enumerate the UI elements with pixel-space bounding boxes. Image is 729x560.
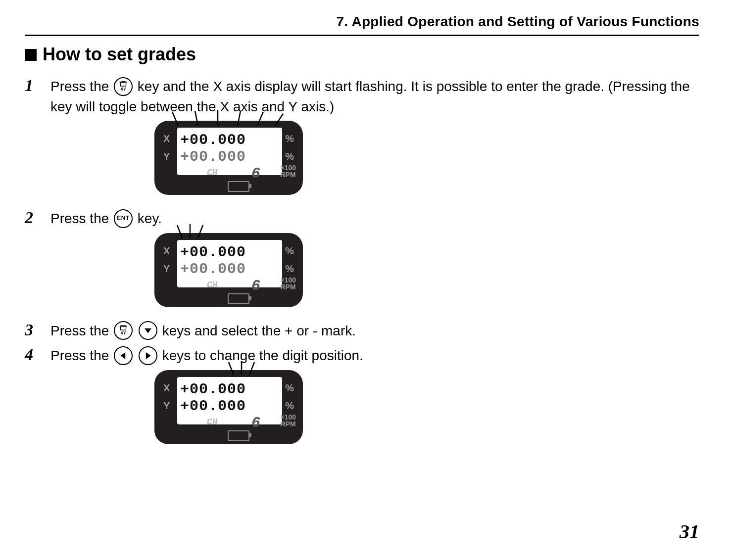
step-text: keys to change the digit position. [162, 348, 363, 363]
step-text: Press the [50, 348, 113, 363]
svg-line-10 [198, 225, 203, 238]
lcd-y-value: +00.000 [180, 396, 246, 418]
lcd-rpm-value: 6 [251, 413, 260, 434]
flash-marks-icon [176, 223, 206, 241]
lcd-pct-x: % [285, 244, 294, 258]
step-text: Press the [50, 323, 113, 338]
xy-key-icon: XY [114, 77, 133, 96]
step-number: 3 [25, 320, 40, 341]
lcd-ch: CH [207, 416, 218, 428]
right-key-icon [139, 346, 157, 365]
battery-icon [228, 430, 249, 441]
lcd-pct-y: % [285, 262, 294, 276]
lcd-pct-y: % [285, 149, 294, 164]
lcd-rpm-label: ×100RPM [280, 277, 296, 290]
svg-line-16 [229, 362, 234, 375]
lcd-pct-x: % [285, 381, 294, 395]
xy-key-icon: XY [114, 321, 133, 340]
lcd-x-label: X [163, 381, 170, 395]
lcd-y-value: +00.000 [180, 146, 246, 168]
step-2: 2 Press the ENT key. X Y % [25, 208, 699, 316]
svg-marker-14 [120, 352, 125, 359]
step-text: Press the [50, 79, 113, 94]
step-number: 4 [25, 345, 40, 453]
down-key-icon [139, 321, 157, 340]
section-title-text: How to set grades [43, 44, 196, 65]
step-body: Press the ENT key. X Y % % [50, 208, 699, 316]
step-1: 1 Press the XY key and the X axis displa… [25, 76, 699, 204]
square-bullet-icon [25, 49, 37, 61]
lcd-y-label: Y [163, 262, 170, 276]
step-3: 3 Press the XY keys and select the + or … [25, 320, 699, 341]
lcd-ch: CH [207, 166, 218, 179]
svg-line-8 [177, 225, 182, 238]
header-rule [25, 35, 699, 36]
battery-icon [228, 293, 249, 304]
left-key-icon [114, 346, 133, 365]
lcd-rpm-label: ×100RPM [280, 414, 296, 427]
step-text: keys and select the + or - mark. [162, 323, 356, 338]
chapter-header: 7. Applied Operation and Setting of Vari… [25, 14, 699, 30]
svg-rect-11 [121, 327, 126, 330]
step-text: key. [138, 211, 162, 226]
steps-list: 1 Press the XY key and the X axis displa… [25, 76, 699, 453]
lcd-x-label: X [163, 244, 170, 258]
lcd-rpm-label: ×100RPM [280, 164, 296, 178]
ent-key-icon: ENT [114, 209, 133, 228]
svg-marker-15 [146, 352, 151, 359]
page-number: 31 [680, 520, 699, 543]
svg-marker-13 [145, 328, 151, 333]
svg-line-18 [249, 362, 254, 375]
step-text: key and the X axis display will start fl… [50, 79, 690, 114]
svg-rect-0 [121, 82, 126, 86]
lcd-y-label: Y [163, 399, 170, 413]
lcd-x-label: X [163, 132, 170, 146]
section-title: How to set grades [25, 44, 699, 65]
step-body: Press the XY keys and select the + or - … [50, 320, 699, 341]
lcd-y-value: +00.000 [180, 259, 246, 280]
svg-text:XY: XY [121, 87, 127, 92]
lcd-pct-y: % [285, 399, 294, 413]
lcd-pct-x: % [285, 132, 294, 146]
step-number: 1 [25, 76, 40, 204]
step-text: Press the [50, 211, 113, 226]
lcd-rpm-value: 6 [251, 276, 260, 297]
page: 7. Applied Operation and Setting of Vari… [0, 0, 729, 560]
lcd-display-1: X Y % % ×100RPM +00.000 +00.000 CH 6 [154, 121, 699, 195]
svg-text:XY: XY [121, 331, 127, 336]
lcd-y-label: Y [163, 149, 170, 164]
step-body: Press the keys to change the digit posit… [50, 345, 699, 453]
step-number: 2 [25, 208, 40, 316]
lcd-display-3: X Y % % ×100RPM +00.000 +00.000 CH 6 [154, 370, 699, 444]
lcd-display-2: X Y % % ×100RPM +00.000 +00.000 CH 6 [154, 233, 699, 307]
lcd-rpm-value: 6 [251, 163, 260, 185]
lcd-ch: CH [207, 279, 218, 291]
svg-line-7 [275, 114, 283, 126]
step-4: 4 Press the keys to change the digit pos… [25, 345, 699, 453]
battery-icon [228, 181, 249, 192]
step-body: Press the XY key and the X axis display … [50, 76, 699, 204]
